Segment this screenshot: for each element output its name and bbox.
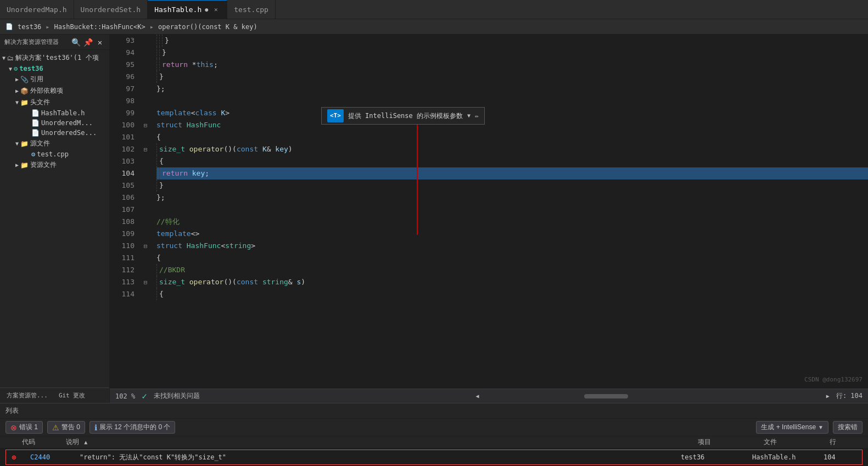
zoom-level[interactable]: 102 % xyxy=(115,392,135,400)
collapse-113-icon[interactable]: ⊟ xyxy=(144,279,148,286)
tab-unorderedmap-label: UnorderedMap.h xyxy=(7,5,67,14)
code-line-104: return key; xyxy=(156,167,868,179)
solution-icon: 🗂 xyxy=(7,54,14,62)
build-dropdown[interactable]: 生成 + IntelliSense ▼ xyxy=(756,421,828,434)
code-line-109: template<> xyxy=(156,228,868,240)
col-line-header: 行 xyxy=(830,437,863,447)
sidebar: 解决方案资源管理器 🔍 📌 ✕ ▼ 🗂 解决方案'test36'(1 个项 ▼ xyxy=(0,35,110,403)
line-num-95: 95 xyxy=(110,59,135,71)
sidebar-item-resources-label: 资源文件 xyxy=(30,160,57,170)
sidebar-item-sources[interactable]: ▼ 📁 源文件 xyxy=(0,138,109,149)
sidebar-close-icon[interactable]: ✕ xyxy=(95,37,105,47)
sort-asc-icon[interactable]: ▲ xyxy=(84,439,87,445)
collapse-102-icon[interactable]: ⊟ xyxy=(144,146,148,153)
tab-unorderedset[interactable]: UnorderedSet.h xyxy=(74,0,148,19)
sidebar-tab-solution[interactable]: 方案资源管... xyxy=(3,390,51,401)
gutter-104 xyxy=(140,167,151,179)
gutter-99 xyxy=(140,107,151,119)
sidebar-item-headers[interactable]: ▼ 📁 头文件 xyxy=(0,97,109,108)
scroll-left-icon[interactable]: ◀ xyxy=(475,393,479,399)
breadcrumb-section2[interactable]: operator()(const K & key) xyxy=(158,23,257,31)
scrollbar-thumb[interactable] xyxy=(584,394,628,398)
editor-status-right: 行: 104 xyxy=(836,391,863,401)
search-label: 搜索错 xyxy=(838,423,858,432)
sidebar-item-dep[interactable]: ▶ 📦 外部依赖项 xyxy=(0,85,109,97)
code-content[interactable]: <T> 提供 IntelliSense 的示例模板参数 ▼ ✏ xyxy=(151,35,868,389)
line-num-108: 108 xyxy=(110,216,135,228)
sidebar-item-hashtable-label: HashTable.h xyxy=(41,109,85,117)
error-row-file: HashTable.h xyxy=(752,453,818,461)
scroll-right-icon[interactable]: ▶ xyxy=(826,393,830,399)
line-num-97: 97 xyxy=(110,83,135,95)
line-num-96: 96 xyxy=(110,71,135,83)
sidebar-tab-git[interactable]: Git 更改 xyxy=(55,390,89,401)
build-chevron-icon: ▼ xyxy=(818,424,824,430)
line-num-112: 112 xyxy=(110,264,135,276)
tab-unorderedmap[interactable]: UnorderedMap.h xyxy=(0,0,74,19)
chevron-down-icon: ▼ xyxy=(2,55,5,61)
sidebar-item-unorderedm-label: UnorderedM... xyxy=(41,119,93,127)
tab-hashtable-close[interactable]: ✕ xyxy=(211,5,220,14)
scrollbar-area: ◀ ▶ xyxy=(475,393,829,399)
sidebar-item-ref[interactable]: ▶ 📎 引用 xyxy=(0,74,109,85)
intellisense-edit-icon[interactable]: ✏ xyxy=(475,110,479,122)
col-file-header: 文件 xyxy=(764,437,830,447)
line-num-109: 109 xyxy=(110,228,135,240)
error-button[interactable]: ⊗ 错误 1 xyxy=(5,421,43,434)
tab-hashtable-modified: ● xyxy=(205,7,208,13)
project-label: test36 xyxy=(19,65,43,72)
collapse-100-icon[interactable]: ⊟ xyxy=(144,122,148,129)
gutter-107 xyxy=(140,204,151,216)
sidebar-item-unorderedse[interactable]: 📄 UnorderedSe... xyxy=(0,128,109,138)
warn-button[interactable]: ⚠ 警告 0 xyxy=(47,421,85,434)
gutter-93 xyxy=(140,35,151,47)
intellisense-tooltip: <T> 提供 IntelliSense 的示例模板参数 ▼ ✏ xyxy=(321,107,485,125)
line-num-98: 98 xyxy=(110,95,135,107)
info-button[interactable]: ℹ 展示 12 个消息中的 0 个 xyxy=(89,421,175,434)
code-line-107 xyxy=(156,204,868,216)
chevron-down-icon2: ▼ xyxy=(9,66,12,72)
error-row-0[interactable]: ⊗ C2440 "return": 无法从"const K"转换为"size_t… xyxy=(5,450,863,465)
search-button[interactable]: 搜索错 xyxy=(833,421,863,434)
gutter-106 xyxy=(140,192,151,204)
collapse-110-icon[interactable]: ⊟ xyxy=(144,243,148,250)
sidebar-item-testcpp-label: test.cpp xyxy=(37,150,69,158)
code-line-96: } xyxy=(156,71,868,83)
line-num-107: 107 xyxy=(110,204,135,216)
gutter-98 xyxy=(140,95,151,107)
intellisense-dropdown-icon[interactable]: ▼ xyxy=(467,110,471,122)
sidebar-item-resources[interactable]: ▶ 📁 资源文件 xyxy=(0,159,109,171)
sidebar-item-ref-label: 引用 xyxy=(30,75,43,84)
line-num-102: 102 xyxy=(110,143,135,155)
tab-hashtable[interactable]: HashTable.h ● ✕ xyxy=(148,0,227,19)
sidebar-item-hashtable[interactable]: 📄 HashTable.h xyxy=(0,108,109,118)
code-line-100: struct HashFunc xyxy=(156,119,868,131)
ref-icon: 📎 xyxy=(20,76,29,83)
sidebar-item-solution[interactable]: ▼ 🗂 解决方案'test36'(1 个项 xyxy=(0,52,109,64)
code-line-97: }; xyxy=(156,83,868,95)
sidebar-search-icon[interactable]: 🔍 xyxy=(71,37,81,47)
bottom-panel-title: 列表 xyxy=(5,406,19,416)
tab-testcpp[interactable]: test.cpp xyxy=(227,0,276,19)
col-line-label: 行 xyxy=(830,438,836,446)
gutter-95 xyxy=(140,59,151,71)
code-line-106: }; xyxy=(156,192,868,204)
code-container: 93 94 95 96 97 98 99 100 101 102 103 104… xyxy=(110,35,868,389)
error-row-code[interactable]: C2440 xyxy=(30,453,74,461)
gutter-94 xyxy=(140,47,151,59)
bottom-panel: 列表 ⊗ 错误 1 ⚠ 警告 0 ℹ 展示 12 个消息中的 0 个 生成 + … xyxy=(0,403,868,466)
col-code-header: 代码 xyxy=(22,437,66,447)
gutter-109 xyxy=(140,228,151,240)
sidebar-item-unorderedm[interactable]: 📄 UnorderedM... xyxy=(0,118,109,128)
sidebar-item-project[interactable]: ▼ ⚙ test36 xyxy=(0,64,109,74)
info-label: 展示 12 个消息中的 0 个 xyxy=(99,423,170,432)
error-row-desc: "return": 无法从"const K"转换为"size_t" xyxy=(80,453,675,462)
breadcrumb-section1[interactable]: HashBucket::HashFunc<K> xyxy=(54,23,145,31)
sidebar-pin-icon[interactable]: 📌 xyxy=(83,37,93,47)
sidebar-item-testcpp[interactable]: ⚙ test.cpp xyxy=(0,149,109,159)
tab-testcpp-label: test.cpp xyxy=(234,5,268,14)
chevron-right-icon3: ▶ xyxy=(15,162,19,168)
build-label: 生成 + IntelliSense xyxy=(761,423,816,432)
line-num-113: 113 xyxy=(110,276,135,288)
line-num-106: 106 xyxy=(110,192,135,204)
